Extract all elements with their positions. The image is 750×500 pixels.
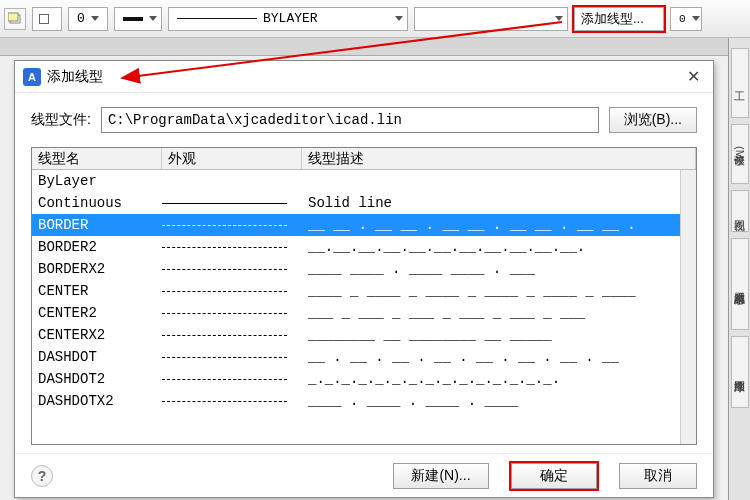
linetype-appearance <box>162 346 302 368</box>
linetype-appearance <box>162 302 302 324</box>
col-header-description[interactable]: 线型描述 <box>302 148 696 169</box>
linetype-description: ________ __ ________ __ _____ <box>302 324 696 346</box>
ok-button[interactable]: 确定 <box>511 463 597 489</box>
linetype-description: ____ . ____ . ____ . ____ <box>302 390 696 412</box>
app-icon: A <box>23 68 41 86</box>
side-tab-4[interactable]: 三维动态观察 <box>731 238 749 330</box>
toolbar-extra-dropdown[interactable] <box>414 7 568 31</box>
add-linetype-dialog: A 添加线型 ✕ 线型文件: C:\ProgramData\xjcadedito… <box>14 60 714 498</box>
layer-index-dropdown[interactable]: 0 <box>68 7 108 31</box>
browse-button[interactable]: 浏览(B)... <box>609 107 697 133</box>
linetype-name: CENTER <box>32 280 162 302</box>
linetype-name: DASHDOT2 <box>32 368 162 390</box>
table-scrollbar[interactable] <box>680 170 696 444</box>
side-tab-1[interactable]: 工 <box>731 48 749 118</box>
linetype-appearance <box>162 390 302 412</box>
linetype-description: _._._._._._._._._._._._._._._. <box>302 368 696 390</box>
linetype-name: BORDER2 <box>32 236 162 258</box>
linetype-name: CENTER2 <box>32 302 162 324</box>
linetype-current-label: BYLAYER <box>263 11 318 26</box>
linetype-appearance <box>162 170 302 192</box>
table-row[interactable]: DASHDOTX2____ . ____ . ____ . ____ <box>32 390 696 412</box>
linetype-description <box>302 170 696 192</box>
col-header-appearance[interactable]: 外观 <box>162 148 302 169</box>
linetype-name: ByLayer <box>32 170 162 192</box>
close-button[interactable]: ✕ <box>681 65 705 89</box>
table-row[interactable]: DASHDOT__ . __ . __ . __ . __ . __ . __ … <box>32 346 696 368</box>
linetype-name: BORDER <box>32 214 162 236</box>
chevron-down-icon <box>91 16 99 21</box>
new-button[interactable]: 新建(N)... <box>393 463 489 489</box>
linetype-name: BORDERX2 <box>32 258 162 280</box>
dialog-title: 添加线型 <box>47 68 681 86</box>
chevron-down-icon <box>555 16 563 21</box>
linetype-name: DASHDOT <box>32 346 162 368</box>
toolbar-trailing-value: 0 <box>679 13 686 25</box>
linetype-table: 线型名 外观 线型描述 ByLayerContinuousSolid lineB… <box>31 147 697 445</box>
file-path-input[interactable]: C:\ProgramData\xjcadeditor\icad.lin <box>101 107 599 133</box>
table-row[interactable]: ContinuousSolid line <box>32 192 696 214</box>
linetype-description: Solid line <box>302 192 696 214</box>
linetype-description: __ __ . __ __ . __ __ . __ __ . __ __ . <box>302 214 696 236</box>
linetype-name: DASHDOTX2 <box>32 390 162 412</box>
linetype-appearance <box>162 236 302 258</box>
linetype-name: CENTERX2 <box>32 324 162 346</box>
col-header-name[interactable]: 线型名 <box>32 148 162 169</box>
linetype-description: ____ ____ . ____ ____ . ___ <box>302 258 696 280</box>
toolbar-trailing-dropdown[interactable]: 0 <box>670 7 702 31</box>
table-row[interactable]: BORDER__ __ . __ __ . __ __ . __ __ . __… <box>32 214 696 236</box>
linetype-appearance <box>162 192 302 214</box>
side-tab-3[interactable]: 视图 <box>731 190 749 232</box>
help-button[interactable]: ? <box>31 465 53 487</box>
linetype-description: ___ _ ___ _ ___ _ ___ _ ___ _ ___ <box>302 302 696 324</box>
table-row[interactable]: CENTERX2________ __ ________ __ _____ <box>32 324 696 346</box>
table-row[interactable]: DASHDOT2_._._._._._._._._._._._._._._. <box>32 368 696 390</box>
linetype-appearance <box>162 280 302 302</box>
layers-icon[interactable] <box>4 8 26 30</box>
file-path-label: 线型文件: <box>31 111 91 129</box>
table-row[interactable]: BORDERX2____ ____ . ____ ____ . ___ <box>32 258 696 280</box>
chevron-down-icon <box>149 16 157 21</box>
linetype-name: Continuous <box>32 192 162 214</box>
side-tab-5[interactable]: 绘图顺序 <box>731 336 749 408</box>
cancel-button[interactable]: 取消 <box>619 463 697 489</box>
right-dock: 工 修改(M) 视图 三维动态观察 绘图顺序 <box>728 38 750 500</box>
linetype-appearance <box>162 258 302 280</box>
linetype-current-dropdown[interactable]: BYLAYER <box>168 7 408 31</box>
linetype-description: __ . __ . __ . __ . __ . __ . __ . __ <box>302 346 696 368</box>
lineweight-dropdown[interactable] <box>114 7 162 31</box>
svg-rect-1 <box>8 13 18 21</box>
linetype-description: __.__.__.__.__.__.__.__.__.__.__. <box>302 236 696 258</box>
table-row[interactable]: BORDER2__.__.__.__.__.__.__.__.__.__.__. <box>32 236 696 258</box>
table-row[interactable]: ByLayer <box>32 170 696 192</box>
side-tab-2[interactable]: 修改(M) <box>731 124 749 184</box>
layer-color-swatch[interactable] <box>32 7 62 31</box>
table-row[interactable]: CENTER2___ _ ___ _ ___ _ ___ _ ___ _ ___ <box>32 302 696 324</box>
chevron-down-icon <box>395 16 403 21</box>
table-row[interactable]: CENTER____ _ ____ _ ____ _ ____ _ ____ _… <box>32 280 696 302</box>
linetype-appearance <box>162 324 302 346</box>
linetype-description: ____ _ ____ _ ____ _ ____ _ ____ _ ____ <box>302 280 696 302</box>
linetype-appearance <box>162 368 302 390</box>
chevron-down-icon <box>692 16 700 21</box>
add-linetype-dropdown[interactable]: 添加线型... <box>574 7 664 31</box>
add-linetype-label: 添加线型... <box>581 10 644 28</box>
layer-index-value: 0 <box>77 11 85 26</box>
linetype-appearance <box>162 214 302 236</box>
